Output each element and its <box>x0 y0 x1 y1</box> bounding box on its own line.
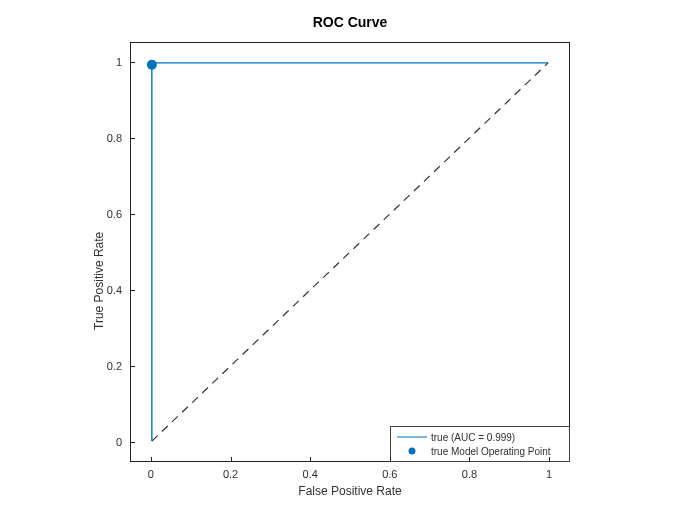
roc-curve-figure: ROC Curve True Positive Rate False Posit… <box>0 0 700 525</box>
plot-area <box>131 43 569 461</box>
legend-label: true Model Operating Point <box>431 446 551 457</box>
chart-title: ROC Curve <box>0 14 700 30</box>
x-tick-label: 0.6 <box>382 468 397 480</box>
x-tick <box>231 457 232 462</box>
y-tick-label: 0.2 <box>107 360 122 372</box>
y-tick-label: 0.8 <box>107 132 122 144</box>
legend-label: true (AUC = 0.999) <box>431 432 515 443</box>
y-tick <box>130 442 135 443</box>
legend-entry: true (AUC = 0.999) <box>397 430 563 444</box>
y-tick-label: 1 <box>116 56 122 68</box>
y-tick <box>130 62 135 63</box>
x-tick <box>469 457 470 462</box>
legend-line-icon <box>397 430 427 444</box>
y-tick-label: 0.4 <box>107 284 122 296</box>
x-tick-label: 0.4 <box>303 468 318 480</box>
x-tick-label: 0.8 <box>462 468 477 480</box>
legend-dot-icon <box>397 444 427 458</box>
x-tick <box>549 457 550 462</box>
diagonal-reference-line <box>152 63 548 441</box>
legend-entry: true Model Operating Point <box>397 444 563 458</box>
x-axis-label: False Positive Rate <box>130 484 570 498</box>
x-tick-label: 0 <box>148 468 154 480</box>
x-tick <box>151 457 152 462</box>
y-tick <box>130 366 135 367</box>
y-tick <box>130 138 135 139</box>
y-tick <box>130 214 135 215</box>
x-tick-label: 0.2 <box>223 468 238 480</box>
x-tick <box>310 457 311 462</box>
operating-point-marker <box>147 60 157 70</box>
legend: true (AUC = 0.999)true Model Operating P… <box>390 426 570 462</box>
y-tick-label: 0.6 <box>107 208 122 220</box>
y-axis-label: True Positive Rate <box>92 232 106 330</box>
y-tick <box>130 290 135 291</box>
x-tick-label: 1 <box>546 468 552 480</box>
x-tick <box>390 457 391 462</box>
y-tick-label: 0 <box>116 436 122 448</box>
chart-axes <box>130 42 570 462</box>
